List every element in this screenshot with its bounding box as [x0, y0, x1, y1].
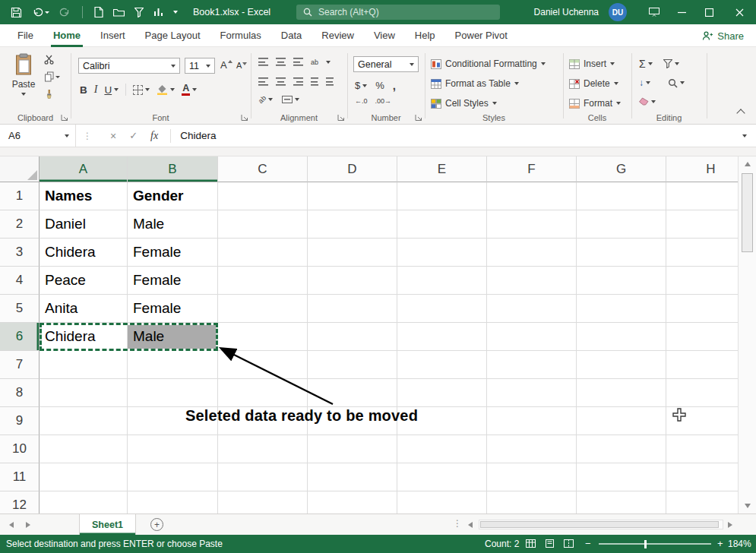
tab-view[interactable]: View — [364, 24, 405, 47]
tab-review[interactable]: Review — [312, 24, 364, 47]
copy-button[interactable] — [44, 71, 60, 82]
zoom-slider[interactable] — [599, 543, 711, 545]
ribbon-display-options-button[interactable] — [641, 0, 668, 24]
cell-C3[interactable] — [218, 239, 308, 267]
horizontal-scrollbar[interactable] — [479, 520, 723, 529]
cell-F4[interactable] — [487, 267, 577, 295]
align-middle-icon[interactable] — [276, 58, 286, 66]
row-header-12[interactable]: 12 — [0, 491, 40, 514]
tab-formulas[interactable]: Formulas — [210, 24, 271, 47]
enter-button[interactable]: ✓ — [129, 130, 138, 141]
cell-H4[interactable] — [666, 267, 738, 295]
cell-H5[interactable] — [666, 295, 738, 323]
italic-button[interactable]: I — [94, 84, 98, 96]
cell-F12[interactable] — [487, 491, 577, 514]
share-button[interactable]: Share — [702, 24, 744, 47]
page-layout-view-button[interactable] — [545, 539, 555, 548]
row-header-8[interactable]: 8 — [0, 379, 40, 407]
decrease-indent-icon[interactable] — [311, 77, 318, 86]
row-header-7[interactable]: 7 — [0, 351, 40, 379]
cell-H3[interactable] — [666, 239, 738, 267]
tab-file[interactable]: File — [8, 24, 43, 47]
cell-G12[interactable] — [577, 491, 666, 514]
search-input[interactable]: Search (Alt+Q) — [296, 5, 500, 20]
cell-C2[interactable] — [218, 210, 308, 239]
sort-az-icon[interactable] — [134, 8, 144, 17]
cell-B2[interactable]: Male — [128, 210, 218, 239]
cell-B4[interactable]: Female — [128, 267, 218, 295]
previous-sheet-button[interactable] — [9, 522, 14, 528]
find-select-button[interactable] — [668, 78, 685, 88]
cell-F10[interactable] — [487, 435, 577, 463]
cell-E3[interactable] — [397, 239, 487, 267]
undo-icon[interactable] — [32, 8, 49, 17]
font-size-select[interactable]: 11 — [185, 58, 215, 74]
increase-decimal-button[interactable]: ←.0 — [355, 97, 368, 105]
scroll-left-button[interactable] — [468, 522, 473, 528]
tab-home[interactable]: Home — [43, 24, 90, 47]
cell-A4[interactable]: Peace — [40, 267, 128, 295]
cell-G11[interactable] — [577, 463, 666, 491]
bold-button[interactable]: B — [80, 84, 87, 96]
row-header-10[interactable]: 10 — [0, 435, 40, 463]
scroll-right-button[interactable] — [728, 522, 732, 528]
cell-G2[interactable] — [577, 210, 666, 239]
delete-cells-button[interactable]: Delete — [569, 76, 618, 91]
row-header-3[interactable]: 3 — [0, 239, 40, 267]
cell-D10[interactable] — [308, 435, 397, 463]
column-header-b[interactable]: B — [128, 156, 218, 182]
cell-H7[interactable] — [666, 351, 738, 379]
column-header-c[interactable]: C — [218, 156, 308, 182]
cell-D3[interactable] — [308, 239, 397, 267]
cell-G10[interactable] — [577, 435, 666, 463]
cell-G5[interactable] — [577, 295, 666, 323]
cell-G6[interactable] — [577, 323, 666, 351]
borders-button[interactable] — [133, 85, 150, 95]
zoom-out-button[interactable]: − — [585, 535, 591, 553]
cell-H6[interactable] — [666, 323, 738, 351]
cell-H12[interactable] — [666, 491, 738, 514]
cell-F11[interactable] — [487, 463, 577, 491]
number-format-select[interactable]: General — [353, 56, 419, 72]
cell-D8[interactable] — [308, 379, 397, 407]
cell-A6[interactable]: Chidera — [40, 323, 128, 351]
cell-F1[interactable] — [487, 182, 577, 210]
sheet-tab-sheet1[interactable]: Sheet1 — [79, 514, 136, 535]
cell-A9[interactable] — [40, 407, 128, 435]
cell-C4[interactable] — [218, 267, 308, 295]
cell-E5[interactable] — [397, 295, 487, 323]
cell-E10[interactable] — [397, 435, 487, 463]
vertical-scrollbar-thumb[interactable] — [742, 173, 753, 252]
cell-H11[interactable] — [666, 463, 738, 491]
horizontal-scrollbar-thumb[interactable] — [480, 521, 719, 528]
autosum-button[interactable]: Σ — [639, 58, 653, 70]
cell-B6[interactable]: Male — [128, 323, 218, 351]
cell-A2[interactable]: Daniel — [40, 210, 128, 239]
cell-E4[interactable] — [397, 267, 487, 295]
row-header-5[interactable]: 5 — [0, 295, 40, 323]
column-header-h[interactable]: H — [666, 156, 738, 182]
cell-H8[interactable] — [666, 379, 738, 407]
formula-bar-handle[interactable]: ⋮ — [83, 131, 92, 141]
cell-F8[interactable] — [487, 379, 577, 407]
vertical-scrollbar[interactable] — [738, 156, 756, 514]
minimize-button[interactable] — [668, 0, 695, 24]
redo-icon[interactable] — [59, 8, 71, 17]
scroll-up-button[interactable] — [739, 156, 756, 172]
cell-F5[interactable] — [487, 295, 577, 323]
insert-function-button[interactable]: fx — [150, 130, 158, 142]
cell-A7[interactable] — [40, 351, 128, 379]
cell-E2[interactable] — [397, 210, 487, 239]
align-left-icon[interactable] — [258, 77, 268, 86]
zoom-level[interactable]: 184% — [728, 535, 751, 553]
alignment-dialog-launcher[interactable] — [337, 114, 345, 122]
cell-C11[interactable] — [218, 463, 308, 491]
cell-B7[interactable] — [128, 351, 218, 379]
cell-B5[interactable]: Female — [128, 295, 218, 323]
format-as-table-button[interactable]: Format as Table — [431, 76, 519, 91]
row-header-2[interactable]: 2 — [0, 210, 40, 239]
cell-H2[interactable] — [666, 210, 738, 239]
cell-H10[interactable] — [666, 435, 738, 463]
formula-input[interactable]: Chidera — [180, 130, 216, 141]
number-dialog-launcher[interactable] — [415, 114, 422, 122]
